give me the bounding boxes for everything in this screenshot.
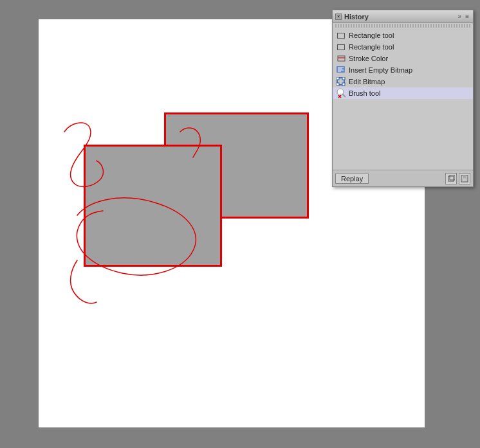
panel-collapse-button[interactable]: » bbox=[457, 13, 463, 20]
history-item-5-label: Edit Bitmap bbox=[349, 78, 385, 85]
svg-rect-9 bbox=[342, 77, 345, 80]
history-item-5[interactable]: Edit Bitmap bbox=[333, 76, 473, 87]
panel-menu-button[interactable]: ≡ bbox=[464, 13, 470, 20]
svg-rect-10 bbox=[337, 83, 339, 85]
replay-button[interactable]: Replay bbox=[335, 174, 369, 184]
history-item-6[interactable]: Brush tool bbox=[333, 87, 473, 99]
svg-line-13 bbox=[342, 94, 346, 97]
history-panel-title: History bbox=[344, 13, 369, 21]
svg-rect-20 bbox=[462, 179, 467, 181]
svg-rect-19 bbox=[463, 175, 466, 178]
svg-rect-16 bbox=[448, 176, 454, 181]
copy-frames-button[interactable] bbox=[445, 173, 457, 184]
history-item-4[interactable]: Insert Empty Bitmap bbox=[333, 64, 473, 76]
save-button[interactable] bbox=[459, 173, 470, 184]
svg-rect-17 bbox=[450, 175, 455, 180]
edit-bitmap-icon bbox=[337, 77, 346, 86]
rect-icon-2 bbox=[337, 42, 346, 51]
rect-icon-1 bbox=[337, 31, 346, 40]
history-item-2-label: Rectangle tool bbox=[349, 43, 394, 51]
svg-rect-0 bbox=[338, 56, 345, 61]
history-item-3-label: Stroke Color bbox=[349, 55, 388, 62]
brush-tool-icon bbox=[337, 89, 346, 98]
history-panel-footer: Replay bbox=[333, 170, 473, 186]
panel-resize-handle[interactable] bbox=[335, 24, 470, 28]
insert-bitmap-icon bbox=[337, 66, 346, 75]
panel-close-button[interactable]: × bbox=[335, 13, 342, 20]
history-item-4-label: Insert Empty Bitmap bbox=[349, 66, 412, 74]
history-item-6-label: Brush tool bbox=[349, 89, 381, 97]
history-panel: × History » ≡ Rectangle tool Rectangle t… bbox=[332, 10, 474, 187]
history-item-1-label: Rectangle tool bbox=[349, 31, 394, 39]
history-item-2[interactable]: Rectangle tool bbox=[333, 41, 473, 53]
history-panel-titlebar: × History » ≡ bbox=[333, 10, 473, 23]
svg-rect-8 bbox=[337, 77, 339, 80]
history-item-1[interactable]: Rectangle tool bbox=[333, 30, 473, 41]
history-panel-content: Rectangle tool Rectangle tool Stroke Col… bbox=[333, 28, 473, 170]
rectangle-front bbox=[84, 145, 222, 267]
stroke-icon bbox=[337, 54, 346, 63]
history-item-3[interactable]: Stroke Color bbox=[333, 53, 473, 64]
svg-rect-11 bbox=[342, 83, 345, 85]
